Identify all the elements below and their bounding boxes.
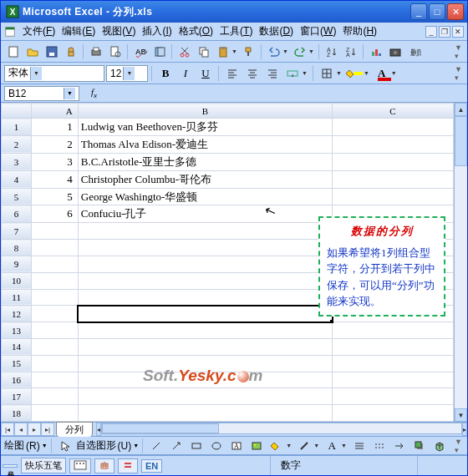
delete-button[interactable]: 删除	[405, 43, 424, 61]
chart-button[interactable]	[367, 43, 385, 61]
menu-格式[interactable]: 格式(O)	[176, 23, 216, 38]
research-button[interactable]	[150, 43, 169, 61]
format-painter-button[interactable]	[240, 43, 258, 61]
fill-color-button[interactable]	[345, 64, 364, 83]
borders-dropdown[interactable]: ▼	[336, 70, 343, 76]
row-header[interactable]: 2	[2, 135, 32, 153]
line-style-button[interactable]	[350, 437, 369, 455]
name-box-dropdown[interactable]: ▼	[64, 88, 75, 99]
english-mode-icon[interactable]: EN	[141, 459, 162, 473]
close-button[interactable]: ✕	[447, 3, 464, 20]
open-button[interactable]	[23, 43, 42, 61]
row-header[interactable]: 13	[2, 322, 32, 339]
sort-asc-button[interactable]: AZ	[323, 43, 341, 61]
cell[interactable]	[333, 372, 454, 388]
tab-nav-first[interactable]: |◂	[1, 423, 14, 436]
cell[interactable]	[333, 338, 454, 355]
cell[interactable]: 1	[32, 119, 79, 136]
row-header[interactable]: 11	[2, 289, 32, 306]
tab-nav-prev[interactable]: ◂	[14, 423, 28, 436]
arrow-button[interactable]	[167, 437, 186, 455]
font-size-combo[interactable]: 12 ▼	[106, 65, 148, 82]
ime-name[interactable]: 快乐五笔	[21, 458, 66, 473]
insert-image-button[interactable]	[247, 437, 266, 455]
menu-工具[interactable]: 工具(T)	[216, 23, 256, 38]
scroll-up-button[interactable]: ▲	[455, 103, 467, 116]
scroll-right-button[interactable]: ▸	[462, 423, 467, 436]
name-box[interactable]: B12 ▼	[4, 86, 79, 101]
sheet-tab-active[interactable]: 分列	[56, 422, 93, 437]
row-header[interactable]: 8	[2, 240, 32, 256]
textbox-button[interactable]: A	[227, 437, 246, 455]
cell[interactable]: George Washingto-华盛顿	[78, 188, 332, 205]
arrow-style-button[interactable]	[390, 437, 409, 455]
fx-label[interactable]: fx	[91, 87, 97, 99]
hscroll-thumb[interactable]	[102, 423, 219, 433]
row-header[interactable]: 15	[2, 355, 32, 372]
scroll-down-button[interactable]: ▼	[455, 408, 467, 422]
cell[interactable]	[32, 223, 79, 240]
toolbar-overflow[interactable]: ▼▾	[455, 43, 464, 60]
fill-color-dropdown[interactable]: ▼	[364, 70, 371, 76]
doc-restore-button[interactable]: ❐	[439, 26, 450, 38]
spelling-button[interactable]: ABC	[131, 43, 150, 61]
fill-color-draw-button[interactable]	[267, 437, 286, 455]
align-center-button[interactable]	[243, 64, 262, 83]
cell[interactable]	[333, 405, 454, 422]
undo-dropdown[interactable]: ▼	[282, 48, 290, 54]
cell[interactable]	[78, 240, 332, 256]
cell[interactable]	[78, 388, 332, 405]
cell[interactable]	[333, 188, 454, 205]
paste-dropdown[interactable]: ▼	[231, 48, 239, 54]
cell[interactable]	[78, 272, 332, 289]
italic-button[interactable]: I	[176, 64, 195, 83]
cell[interactable]: 5	[32, 188, 79, 205]
doc-minimize-button[interactable]: _	[425, 26, 437, 38]
row-header[interactable]: 5	[2, 188, 32, 205]
autoshapes-menu[interactable]: 自选图形	[76, 438, 116, 453]
row-header[interactable]: 18	[2, 405, 32, 422]
bold-button[interactable]: B	[156, 64, 175, 83]
cell[interactable]	[78, 289, 332, 306]
row-header[interactable]: 9	[2, 256, 32, 272]
scroll-thumb[interactable]	[455, 116, 467, 166]
save-button[interactable]	[43, 43, 61, 61]
text-color-draw-button[interactable]: A	[323, 437, 341, 455]
row-header[interactable]: 3	[2, 153, 32, 170]
align-right-button[interactable]	[263, 64, 282, 83]
font-size-dropdown[interactable]: ▼	[123, 67, 135, 80]
permission-button[interactable]	[62, 43, 80, 61]
tab-nav-next[interactable]: ▸	[28, 423, 41, 436]
cell[interactable]: 4	[32, 170, 79, 188]
cell[interactable]	[78, 256, 332, 272]
camera-button[interactable]	[386, 43, 404, 61]
cell[interactable]	[78, 223, 332, 240]
new-button[interactable]	[4, 43, 23, 61]
row-header[interactable]: 12	[2, 306, 32, 322]
column-header-C[interactable]: C	[333, 104, 454, 119]
horizontal-scrollbar[interactable]: ◂ ▸	[96, 423, 467, 436]
cell[interactable]: 2	[32, 135, 79, 153]
doc-close-button[interactable]: ✕	[452, 26, 464, 38]
redo-button[interactable]	[291, 43, 309, 61]
cell[interactable]	[32, 289, 79, 306]
menu-编辑[interactable]: 编辑(E)	[58, 23, 99, 38]
sort-desc-button[interactable]: ZA	[342, 43, 360, 61]
paste-button[interactable]	[214, 43, 232, 61]
line-button[interactable]	[147, 437, 165, 455]
3d-button[interactable]	[430, 437, 449, 455]
ime-keyboard-icon[interactable]	[69, 458, 91, 473]
column-header-A[interactable]: A	[32, 104, 79, 119]
menu-视图[interactable]: 视图(V)	[99, 23, 139, 38]
cell[interactable]	[32, 272, 79, 289]
row-header[interactable]: 7	[2, 223, 32, 240]
row-header[interactable]: 17	[2, 388, 32, 405]
menu-帮助[interactable]: 帮助(H)	[339, 23, 380, 38]
draw-overflow[interactable]: ▼▾	[455, 438, 464, 454]
scroll-track[interactable]	[455, 116, 467, 408]
cell[interactable]	[32, 306, 79, 322]
ime-settings-icon[interactable]	[118, 458, 138, 473]
cell[interactable]	[32, 405, 79, 422]
cell[interactable]	[78, 322, 332, 339]
cell[interactable]: 3	[32, 153, 79, 170]
